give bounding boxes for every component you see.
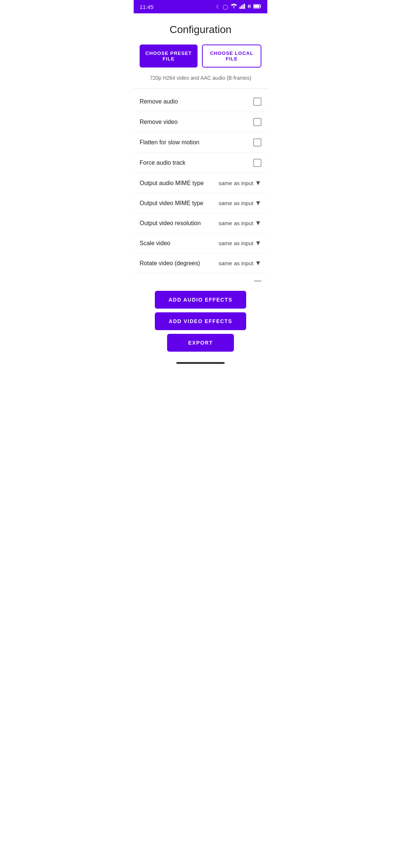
output-video-mime-value: same as input — [219, 200, 253, 206]
output-audio-mime-row: Output audio MIME type same as input ▼ — [134, 173, 267, 193]
nav-pill — [176, 362, 225, 364]
rotate-video-label: Rotate video (degrees) — [140, 260, 200, 267]
bottom-buttons: ADD AUDIO EFFECTS ADD VIDEO EFFECTS EXPO… — [134, 288, 267, 359]
scale-video-label: Scale video — [140, 240, 170, 247]
output-video-mime-row: Output video MIME type same as input ▼ — [134, 193, 267, 213]
force-audio-track-row: Force audio track — [134, 153, 267, 173]
moon-icon: ☾ — [216, 4, 221, 10]
choose-preset-button[interactable]: CHOOSE PRESET FILE — [140, 45, 198, 68]
remove-audio-row: Remove audio — [134, 92, 267, 112]
output-video-resolution-row: Output video resolution same as input ▼ — [134, 213, 267, 233]
status-icons: ☾ ◯ R — [216, 4, 261, 10]
preset-local-button-row: CHOOSE PRESET FILE CHOOSE LOCAL FILE — [134, 45, 267, 72]
flatten-slow-motion-checkbox[interactable] — [253, 138, 261, 147]
remove-audio-checkbox[interactable] — [253, 98, 261, 106]
status-time: 11:45 — [140, 4, 154, 10]
output-video-mime-arrow: ▼ — [255, 199, 261, 207]
export-button[interactable]: EXPORT — [167, 334, 234, 352]
output-video-mime-label: Output video MIME type — [140, 200, 203, 207]
nav-bar — [134, 359, 267, 368]
output-video-resolution-dropdown[interactable]: same as input ▼ — [219, 219, 261, 227]
circle-icon: ◯ — [223, 4, 228, 10]
dash-separator: — — [134, 273, 267, 288]
output-audio-mime-arrow: ▼ — [255, 179, 261, 187]
remove-video-row: Remove video — [134, 112, 267, 132]
svg-rect-3 — [244, 4, 245, 9]
output-video-mime-dropdown[interactable]: same as input ▼ — [219, 199, 261, 207]
top-divider — [134, 88, 267, 89]
svg-rect-5 — [254, 5, 260, 7]
svg-rect-2 — [242, 4, 244, 9]
scale-video-arrow: ▼ — [255, 239, 261, 247]
preset-description: 720p H264 video and AAC audio (B-frames) — [134, 72, 267, 88]
choose-local-button[interactable]: CHOOSE LOCAL FILE — [202, 45, 261, 68]
page-title: Configuration — [134, 13, 267, 45]
flatten-slow-motion-row: Flatten for slow motion — [134, 132, 267, 153]
svg-rect-0 — [239, 7, 241, 9]
r-signal-icon: R — [248, 4, 251, 9]
force-audio-track-label: Force audio track — [140, 160, 186, 166]
scale-video-value: same as input — [219, 240, 253, 246]
output-audio-mime-value: same as input — [219, 180, 253, 186]
remove-video-checkbox[interactable] — [253, 118, 261, 126]
scale-video-row: Scale video same as input ▼ — [134, 233, 267, 253]
rotate-video-arrow: ▼ — [255, 259, 261, 267]
rotate-video-row: Rotate video (degrees) same as input ▼ — [134, 253, 267, 273]
output-audio-mime-label: Output audio MIME type — [140, 180, 204, 187]
output-video-resolution-arrow: ▼ — [255, 219, 261, 227]
scale-video-dropdown[interactable]: same as input ▼ — [219, 239, 261, 247]
signal-icon — [239, 4, 245, 10]
output-video-resolution-label: Output video resolution — [140, 220, 201, 227]
wifi-icon — [231, 4, 237, 10]
rotate-video-dropdown[interactable]: same as input ▼ — [219, 259, 261, 267]
flatten-slow-motion-label: Flatten for slow motion — [140, 139, 199, 146]
force-audio-track-checkbox[interactable] — [253, 159, 261, 167]
add-video-effects-button[interactable]: ADD VIDEO EFFECTS — [155, 312, 246, 330]
remove-video-label: Remove video — [140, 119, 177, 125]
svg-rect-1 — [241, 6, 242, 9]
add-audio-effects-button[interactable]: ADD AUDIO EFFECTS — [155, 291, 246, 309]
rotate-video-value: same as input — [219, 260, 253, 266]
output-video-resolution-value: same as input — [219, 220, 253, 226]
remove-audio-label: Remove audio — [140, 98, 178, 105]
output-audio-mime-dropdown[interactable]: same as input ▼ — [219, 179, 261, 187]
battery-icon — [253, 4, 261, 10]
status-bar: 11:45 ☾ ◯ R — [134, 0, 267, 13]
